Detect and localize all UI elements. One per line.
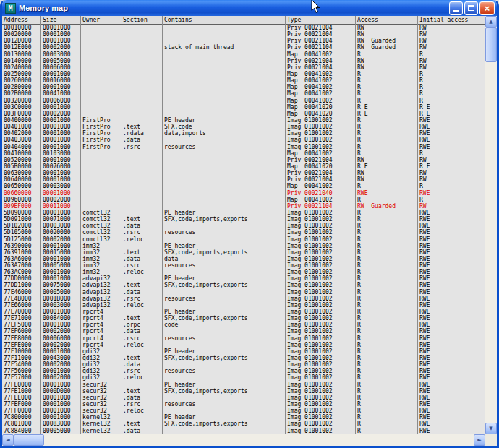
table-row[interactable]: 002B000000041000Map 00041002RR bbox=[2, 90, 485, 97]
table-row[interactable]: 0040400000001000FirstPro.rsrcresourcesIm… bbox=[2, 144, 485, 150]
table-row[interactable]: 0052000000001000Priv 00021004RWRW bbox=[2, 157, 485, 163]
column-header-address[interactable]: Address bbox=[2, 16, 41, 25]
table-row[interactable]: 7C80000000001000kernel32PE headerImag 01… bbox=[2, 414, 485, 421]
table-row[interactable]: 77FF000000001000secur32.relocImag 010010… bbox=[2, 408, 485, 414]
table-row[interactable]: 0066000000001000Priv 00021040RWERWE bbox=[2, 190, 485, 197]
initial-cell: RWE bbox=[418, 374, 485, 381]
table-row[interactable]: 0025000000001000Map 00041002RR bbox=[2, 71, 485, 77]
table-row[interactable]: 0063000000001000Priv 00021004RWRW bbox=[2, 170, 485, 176]
vertical-scroll-track[interactable] bbox=[485, 27, 497, 423]
table-row[interactable]: 0024000000006000Priv 00021004RWRW bbox=[2, 64, 485, 71]
table-row[interactable]: 0012D00000001000Priv 00021104RW GuardedR… bbox=[2, 38, 485, 44]
address-cell: 00402000 bbox=[2, 130, 41, 137]
table-row[interactable]: 009EF00000011000Priv 00021104RW GuardedR… bbox=[2, 203, 485, 210]
table-row[interactable]: 77EFE00000002000rpcrt4.relocImag 0100100… bbox=[2, 342, 485, 348]
table-row[interactable]: 77E4600000005000advapi32.dataImag 010010… bbox=[2, 289, 485, 296]
table-row[interactable]: 77E4B0000001B000advapi32.rsrcresourcesIm… bbox=[2, 296, 485, 302]
table-row[interactable]: 77EF800000006000rpcrt4.rsrcresourcesImag… bbox=[2, 335, 485, 342]
horizontal-scroll-thumb[interactable] bbox=[14, 434, 44, 446]
table-row[interactable]: 77F1000000001000gdi32PE headerImag 01001… bbox=[2, 348, 485, 355]
horizontal-scrollbar[interactable]: ◄ ► bbox=[2, 434, 485, 446]
horizontal-scroll-track[interactable] bbox=[14, 434, 474, 446]
table-row[interactable]: 003F000000002000Map 00041020R ER E bbox=[2, 111, 485, 117]
table-row[interactable]: 0065000000003000Map 00041002RR bbox=[2, 183, 485, 189]
table-row[interactable]: 0064000000001000Priv 00021004RWRW bbox=[2, 176, 485, 183]
table-row[interactable]: 0026000000016000Map 00041002RR bbox=[2, 77, 485, 84]
table-row[interactable]: 77F5700000002000gdi32.relocImag 01001002… bbox=[2, 374, 485, 381]
initial-cell: RWE bbox=[418, 382, 485, 388]
table-row[interactable]: 5D12500000002000comctl32.relocImag 01001… bbox=[2, 236, 485, 243]
table-row[interactable]: 77E7100000084000rpcrt4.textSFX,code,impo… bbox=[2, 315, 485, 322]
column-header-section[interactable]: Section bbox=[121, 16, 163, 25]
owner-cell: advapi32 bbox=[81, 275, 121, 282]
right-arrow-icon: ► bbox=[477, 437, 481, 443]
table-row[interactable]: 77FEE00000001000secur32.dataImag 0100100… bbox=[2, 395, 485, 401]
table-row[interactable]: 77FEF00000001000secur32.rsrcresourcesIma… bbox=[2, 401, 485, 408]
minimize-button[interactable] bbox=[449, 1, 463, 15]
table-row[interactable]: 77EF500000001000rpcrt4.orpccodeImag 0100… bbox=[2, 322, 485, 328]
scroll-left-button[interactable]: ◄ bbox=[2, 434, 14, 446]
owner-cell: advapi32 bbox=[81, 302, 121, 309]
table-row[interactable]: 7639100000015000imm32.textSFX,code,impor… bbox=[2, 249, 485, 256]
table-row[interactable]: 5D09100000071000comctl32.textSFX,code,im… bbox=[2, 216, 485, 223]
table-row[interactable]: 0013000000003000Map 00041002RR bbox=[2, 51, 485, 58]
table-row[interactable]: 77E7000000001000rpcrt4PE headerImag 0100… bbox=[2, 309, 485, 315]
close-button[interactable]: × bbox=[479, 1, 495, 15]
table-row[interactable]: 5D09000000001000comctl32PE headerImag 01… bbox=[2, 210, 485, 216]
vertical-scrollbar[interactable]: ▲ ▼ bbox=[485, 16, 497, 434]
owner-cell: secur32 bbox=[81, 395, 121, 401]
table-row[interactable]: 763A700000005000imm32.rsrcresourcesImag … bbox=[2, 262, 485, 269]
table-row[interactable]: 0001000000001000Priv 00021004RWRW bbox=[2, 25, 485, 31]
table-row[interactable]: 77DD000000001000advapi32PE headerImag 01… bbox=[2, 275, 485, 282]
table-row[interactable]: 0014000000005000Priv 00021004RWRW bbox=[2, 58, 485, 64]
table-row[interactable]: 0002000000001000Priv 00021004RWRW bbox=[2, 31, 485, 38]
size-cell: 00003000 bbox=[41, 183, 81, 189]
table-row[interactable]: 5D10200000003000comctl32.dataImag 010010… bbox=[2, 223, 485, 229]
table-row[interactable]: 77EF600000002000rpcrt4.dataImag 01001002… bbox=[2, 328, 485, 335]
titlebar[interactable]: M Memory map × bbox=[2, 0, 497, 16]
table-row[interactable]: 77FE10000000D000secur32.textSFX,code,imp… bbox=[2, 388, 485, 395]
table-row[interactable]: 5D10500000020000comctl32.rsrcresourcesIm… bbox=[2, 229, 485, 236]
vertical-scroll-thumb[interactable] bbox=[485, 27, 497, 62]
table-row[interactable]: 003C000000001000Map 00041020R ER E bbox=[2, 104, 485, 111]
column-header-contains[interactable]: Contains bbox=[163, 16, 286, 25]
scroll-right-button[interactable]: ► bbox=[474, 434, 485, 446]
scroll-up-button[interactable]: ▲ bbox=[485, 16, 497, 27]
column-header-initial-access[interactable]: Initial access bbox=[418, 16, 485, 25]
scroll-down-button[interactable]: ▼ bbox=[485, 423, 497, 434]
table-row[interactable]: 77F5400000002000gdi32.dataImag 01001002R… bbox=[2, 361, 485, 368]
size-cell: 00001000 bbox=[41, 170, 81, 176]
table-row[interactable]: 0040200000001000FirstPro.rdatadata,impor… bbox=[2, 130, 485, 137]
table-row[interactable]: 0028000000001000Map 00041002RR bbox=[2, 84, 485, 90]
size-cell: 00001000 bbox=[41, 84, 81, 90]
address-cell: 7C800000 bbox=[2, 414, 41, 421]
table-row[interactable]: 005B000000076000Map 00041020R ER E bbox=[2, 163, 485, 170]
table-row[interactable]: 0040100000001000FirstPro.textSFX,codeIma… bbox=[2, 124, 485, 130]
table-row[interactable]: 0012E00000002000stack of main threadPriv… bbox=[2, 44, 485, 51]
column-header-type[interactable]: Type bbox=[286, 16, 356, 25]
table-row[interactable]: 0041000000103000Map 00041002RR bbox=[2, 150, 485, 157]
table-row[interactable]: 0040300000001000FirstPro.dataImag 010010… bbox=[2, 137, 485, 143]
table-row[interactable]: 763AC00000001000imm32.relocImag 01001002… bbox=[2, 269, 485, 275]
table-row[interactable]: 77DD100000075000advapi32.textSFX,code,im… bbox=[2, 282, 485, 288]
table-row[interactable]: 0040000000001000FirstProPE headerImag 01… bbox=[2, 117, 485, 124]
owner-cell: gdi32 bbox=[81, 355, 121, 361]
table-row[interactable]: 0032000000006000Map 00041002RR bbox=[2, 98, 485, 104]
column-header-owner[interactable]: Owner bbox=[81, 16, 121, 25]
table-row[interactable]: 763A600000001000imm32.datadataImag 01001… bbox=[2, 256, 485, 262]
column-header-access[interactable]: Access bbox=[356, 16, 418, 25]
contains-cell bbox=[163, 395, 286, 401]
table-row[interactable]: 77E6600000003000advapi32.relocImag 01001… bbox=[2, 302, 485, 309]
address-cell: 77F57000 bbox=[2, 374, 41, 381]
table-row[interactable]: 7C88400000005000kernel32.dataImag 010010… bbox=[2, 428, 485, 434]
table-row[interactable]: 77F1100000043000gdi32.textSFX,code,impor… bbox=[2, 355, 485, 361]
owner-cell: secur32 bbox=[81, 382, 121, 388]
column-header-size[interactable]: Size bbox=[41, 16, 81, 25]
table-row[interactable]: 77FE000000001000secur32PE headerImag 010… bbox=[2, 382, 485, 388]
table-row[interactable]: 77F5600000001000gdi32.rsrcresourcesImag … bbox=[2, 368, 485, 374]
table-row[interactable]: 7C80100000083000kernel32.textSFX,code,im… bbox=[2, 421, 485, 427]
table-row[interactable]: 0096000000002000Map 00041002RR bbox=[2, 197, 485, 203]
table-row[interactable]: 7639000000001000imm32PE headerImag 01001… bbox=[2, 243, 485, 249]
address-cell: 77EF6000 bbox=[2, 328, 41, 335]
maximize-button[interactable] bbox=[464, 1, 478, 15]
